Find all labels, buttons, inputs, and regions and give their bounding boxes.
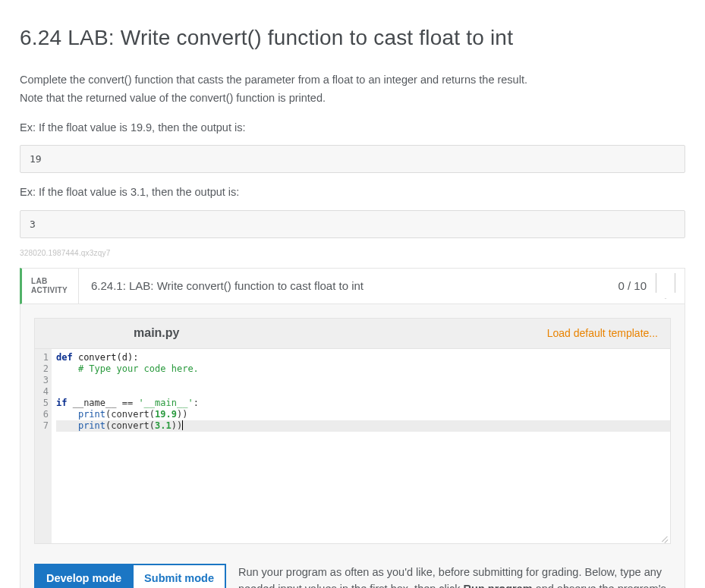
example-1-output: 19	[20, 145, 685, 173]
tracking-id: 328020.1987444.qx3zqy7	[20, 249, 685, 257]
example-1-label: Ex: If the float value is 19.9, then the…	[20, 119, 685, 136]
line-number: 6	[35, 409, 49, 420]
submit-mode-button[interactable]: Submit mode	[134, 564, 226, 588]
resize-handle-icon[interactable]	[660, 534, 668, 542]
file-name: main.py	[35, 326, 547, 340]
code-text[interactable]: def convert(d): # Type your code here. i…	[52, 349, 670, 543]
mode-row: Develop mode Submit mode Run your progra…	[34, 564, 671, 588]
code-editor[interactable]: 1 2 3 4 5 6 7 def convert(d): # Type you…	[34, 348, 671, 544]
ribbon-icon	[656, 273, 675, 299]
code-line[interactable]: print(convert(19.9))	[56, 409, 670, 420]
example-2-output: 3	[20, 210, 685, 238]
activity-header: LAB ACTIVITY 6.24.1: LAB: Write convert(…	[20, 268, 685, 304]
instruction-line-1: Complete the convert() function that cas…	[20, 71, 685, 88]
line-number: 2	[35, 363, 49, 375]
code-line[interactable]: if __name__ == '__main__':	[56, 398, 670, 409]
text-cursor	[182, 420, 183, 430]
code-line[interactable]: print(convert(3.1))	[56, 420, 670, 432]
line-number: 7	[35, 420, 49, 432]
develop-mode-button[interactable]: Develop mode	[34, 564, 134, 588]
line-number: 5	[35, 398, 49, 409]
activity-score: 0 / 10	[618, 279, 656, 292]
instruction-line-2: Note that the returned value of the conv…	[20, 90, 685, 106]
lab-activity-tag: LAB ACTIVITY	[22, 269, 79, 303]
code-line[interactable]: # Type your code here.	[56, 363, 670, 375]
mode-description: Run your program as often as you'd like,…	[238, 564, 671, 588]
line-number-gutter: 1 2 3 4 5 6 7	[35, 349, 52, 543]
activity-title: 6.24.1: LAB: Write convert() function to…	[79, 279, 618, 292]
code-line[interactable]	[56, 375, 670, 386]
line-number: 4	[35, 386, 49, 398]
mode-buttons: Develop mode Submit mode	[34, 564, 226, 588]
line-number: 3	[35, 375, 49, 386]
code-line[interactable]	[56, 386, 670, 398]
file-header: main.py Load default template...	[34, 318, 671, 348]
code-line[interactable]: def convert(d):	[56, 352, 670, 363]
page-title: 6.24 LAB: Write convert() function to ca…	[20, 26, 685, 50]
example-2-label: Ex: If the float value is 3.1, then the …	[20, 184, 685, 200]
load-template-link[interactable]: Load default template...	[547, 327, 670, 339]
editor-panel: main.py Load default template... 1 2 3 4…	[20, 304, 685, 588]
line-number: 1	[35, 352, 49, 363]
